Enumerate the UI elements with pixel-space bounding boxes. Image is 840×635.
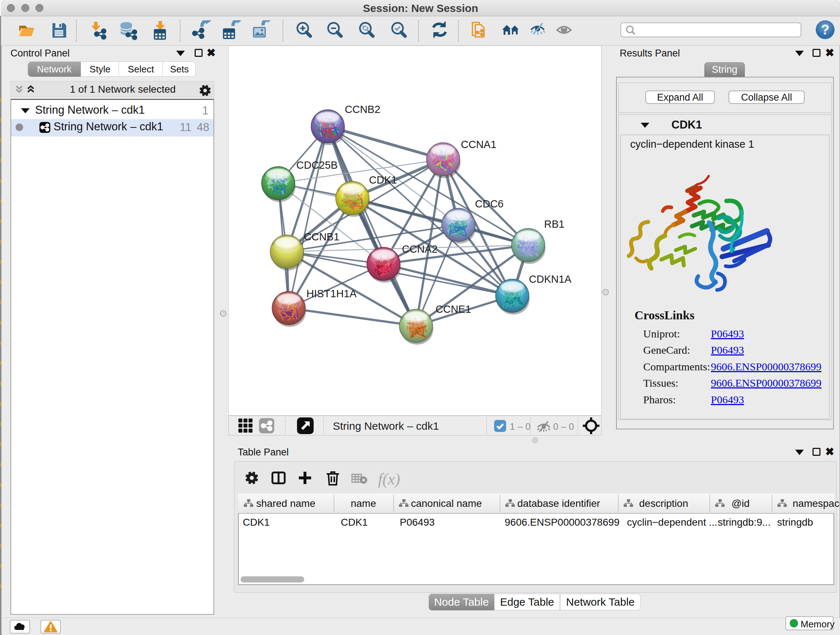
svg-text:?: ? (821, 22, 829, 37)
svg-text:CCNA2: CCNA2 (402, 243, 437, 255)
svg-text:RB1: RB1 (544, 218, 564, 230)
svg-text:CCNB2: CCNB2 (345, 103, 380, 115)
svg-text:HIST1H1A: HIST1H1A (306, 288, 357, 299)
svg-text:CDC25B: CDC25B (296, 159, 338, 171)
svg-text:CCNB1: CCNB1 (304, 231, 339, 242)
svg-text:CDKN1A: CDKN1A (529, 273, 572, 285)
svg-text:CCNA1: CCNA1 (461, 139, 496, 150)
svg-text:CCNE1: CCNE1 (436, 303, 471, 315)
svg-text:CDC6: CDC6 (475, 198, 504, 210)
svg-text:CDK1: CDK1 (369, 174, 397, 186)
